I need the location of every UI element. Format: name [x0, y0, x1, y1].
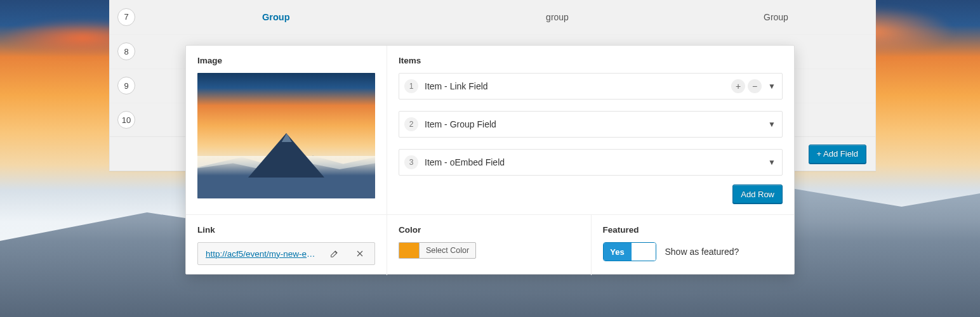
row-order-badge: 9 [117, 77, 135, 94]
field-label-link[interactable]: Group [262, 12, 290, 22]
section-title-image: Image [197, 56, 375, 65]
chevron-down-icon[interactable]: ▼ [768, 158, 776, 167]
featured-section: Featured Yes Show as featured? [591, 215, 795, 275]
row-order-badge: 7 [117, 8, 135, 26]
section-title-link: Link [197, 225, 375, 235]
featured-toggle[interactable]: Yes [603, 242, 656, 261]
repeater-row[interactable]: 1 Item - Link Field + − ▼ [399, 73, 783, 100]
field-name: group [440, 0, 675, 34]
section-title-featured: Featured [603, 225, 783, 235]
section-title-items: Items [399, 56, 783, 65]
row-title: Item - oEmbed Field [425, 157, 764, 167]
repeater-row[interactable]: 2 Item - Group Field ▼ [399, 111, 783, 138]
link-field[interactable]: http://acf5/event/my-new-event/ [197, 242, 375, 265]
toggle-on-label: Yes [604, 243, 632, 261]
remove-icon[interactable]: − [748, 79, 762, 93]
link-section: Link http://acf5/event/my-new-event/ [186, 214, 387, 275]
section-title-color: Color [399, 225, 579, 235]
repeater-row[interactable]: 3 Item - oEmbed Field ▼ [399, 149, 783, 176]
row-number-badge: 3 [404, 155, 418, 169]
color-section: Color Select Color [387, 215, 591, 275]
field-editor-popover: Image Items 1 Item - Link Field + − ▼ 2 … [185, 45, 795, 275]
image-section: Image [186, 46, 387, 214]
add-icon[interactable]: + [731, 79, 745, 93]
items-section: Items 1 Item - Link Field + − ▼ 2 Item -… [387, 46, 794, 214]
add-field-button[interactable]: + Add Field [809, 145, 866, 164]
row-title: Item - Link Field [425, 81, 731, 91]
image-preview[interactable] [197, 73, 375, 198]
row-number-badge: 1 [404, 79, 418, 93]
featured-note: Show as featured? [665, 247, 739, 257]
field-type: Group [675, 0, 875, 34]
select-color-button[interactable]: Select Color [419, 242, 476, 259]
row-order-badge: 10 [117, 111, 135, 129]
row-order-badge: 8 [117, 42, 135, 60]
chevron-down-icon[interactable]: ▼ [768, 120, 776, 129]
row-title: Item - Group Field [425, 119, 764, 129]
color-swatch[interactable] [399, 242, 419, 259]
chevron-down-icon[interactable]: ▼ [768, 82, 776, 91]
edit-icon[interactable] [325, 246, 344, 261]
link-url[interactable]: http://acf5/event/my-new-event/ [206, 249, 319, 259]
close-icon[interactable] [350, 246, 369, 261]
add-row-button[interactable]: Add Row [732, 184, 783, 204]
row-number-badge: 2 [404, 117, 418, 131]
field-row[interactable]: 7 Group group Group [110, 0, 875, 34]
